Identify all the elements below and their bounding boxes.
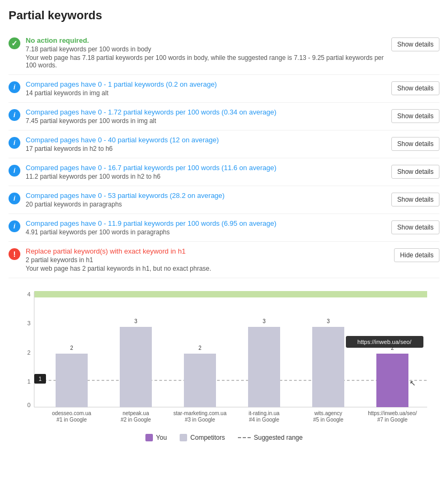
x-label-odesseo: odesseo.com.ua [52, 410, 91, 416]
bar-netpeak [120, 327, 152, 407]
y-label-3: 3 [27, 320, 30, 326]
legend-you: You [145, 434, 167, 441]
bar-label-netpeak: 3 [134, 318, 137, 324]
y-label-4: 4 [27, 291, 30, 297]
info-icon-compare-5: i [9, 193, 20, 204]
bar-witsagency [312, 327, 344, 407]
x-label-netpeak: netpeak.ua [122, 410, 149, 416]
item-row-compare-2: i Compared pages have 0 - 1.72 partial k… [9, 103, 439, 131]
legend-you-box [145, 434, 153, 441]
y-label-2: 2 [27, 349, 30, 356]
item-title-no-action: No action required. [26, 36, 386, 44]
item-title-replace-keyword: Replace partial keyword(s) with exact ke… [26, 247, 389, 255]
show-details-btn-compare-2[interactable]: Show details [391, 109, 439, 123]
item-content-compare-3: Compared pages have 0 - 40 partial keywo… [26, 136, 386, 152]
bar-starmarketing [184, 354, 216, 407]
item-row-compare-4: i Compared pages have 0 - 16.7 partial k… [9, 158, 439, 186]
chart-section: 4 3 2 1 0 2 3 2 [9, 287, 439, 441]
show-details-btn-no-action[interactable]: Show details [391, 37, 439, 51]
item-row-compare-5: i Compared pages have 0 - 53 partial key… [9, 186, 439, 214]
page-title: Partial keywords [9, 9, 439, 22]
item-content-no-action: No action required. 7.18 partial keyword… [26, 36, 386, 69]
item-sub-compare-5: 20 partial keywords in paragraphs [26, 201, 386, 208]
show-details-btn-compare-6[interactable]: Show details [391, 220, 439, 234]
bar-label-starmarketing: 2 [198, 345, 202, 351]
item-sub-replace-keyword: 2 partial keywords in h1 [26, 256, 389, 264]
bar-odesseo [56, 354, 88, 407]
item-row-compare-1: i Compared pages have 0 - 1 partial keyw… [9, 75, 439, 103]
items-list: ✓ No action required. 7.18 partial keywo… [9, 31, 439, 278]
x-label-starmarketing: star-marketing.com.ua [173, 410, 227, 416]
item-sub-compare-6: 4.91 partial keywords per 100 words in p… [26, 228, 386, 236]
info-icon-compare-4: i [9, 165, 20, 177]
x-rank-itrating: #4 in Google [249, 417, 280, 423]
item-sub-compare-1: 14 partial keywords in img alt [26, 89, 386, 97]
legend-dashed-line [238, 437, 251, 438]
x-rank-starmarketing: #3 in Google [185, 417, 215, 423]
item-title-compare-1: Compared pages have 0 - 1 partial keywor… [26, 80, 386, 88]
check-icon-no-action: ✓ [9, 37, 20, 49]
item-sub-no-action: 7.18 partial keywords per 100 words in b… [26, 45, 386, 53]
info-icon-compare-3: i [9, 137, 20, 149]
bar-inweb [376, 354, 408, 407]
item-title-compare-6: Compared pages have 0 - 11.9 partial key… [26, 219, 386, 227]
bar-label-odesseo: 2 [70, 345, 73, 351]
item-content-compare-6: Compared pages have 0 - 11.9 partial key… [26, 219, 386, 236]
legend-competitors-label: Competitors [190, 434, 225, 441]
item-content-replace-keyword: Replace partial keyword(s) with exact ke… [26, 247, 389, 272]
x-rank-netpeak: #2 in Google [121, 417, 151, 423]
suggested-range-bar [34, 291, 427, 297]
item-row-compare-3: i Compared pages have 0 - 40 partial key… [9, 131, 439, 158]
show-details-btn-compare-5[interactable]: Show details [391, 193, 439, 207]
chart-legend: You Competitors Suggested range [16, 434, 432, 441]
item-title-compare-5: Compared pages have 0 - 53 partial keywo… [26, 192, 386, 200]
x-label-itrating: it-rating.in.ua [249, 410, 280, 416]
legend-suggested-label: Suggested range [254, 434, 303, 441]
item-content-compare-2: Compared pages have 0 - 1.72 partial key… [26, 108, 386, 125]
show-details-btn-compare-4[interactable]: Show details [391, 165, 439, 179]
info-icon-compare-1: i [9, 81, 20, 93]
error-icon-replace-keyword: ! [9, 248, 20, 260]
item-desc-no-action: Your web page has 7.18 partial keywords … [26, 54, 386, 69]
x-rank-witsagency: #5 in Google [313, 417, 344, 423]
item-desc-replace-keyword: Your web page has 2 partial keywords in … [26, 265, 389, 272]
legend-competitors-box [180, 434, 187, 441]
item-row-replace-keyword: ! Replace partial keyword(s) with exact … [9, 242, 439, 278]
item-title-compare-2: Compared pages have 0 - 1.72 partial key… [26, 108, 386, 116]
bar-label-itrating: 3 [262, 318, 266, 324]
dashed-label-text: 1 [38, 376, 42, 382]
show-details-btn-compare-3[interactable]: Show details [391, 137, 439, 151]
bar-itrating [248, 327, 280, 407]
x-rank-odesseo: #1 in Google [57, 417, 87, 423]
bar-chart: 4 3 2 1 0 2 3 2 [16, 287, 432, 426]
legend-competitors: Competitors [180, 434, 225, 441]
item-row-no-action: ✓ No action required. 7.18 partial keywo… [9, 31, 439, 75]
show-details-btn-compare-1[interactable]: Show details [391, 81, 439, 95]
legend-suggested-range: Suggested range [238, 434, 303, 441]
item-sub-compare-4: 11.2 partial keywords per 100 words in h… [26, 173, 386, 180]
show-details-btn-replace-keyword[interactable]: Hide details [394, 248, 439, 262]
item-row-compare-6: i Compared pages have 0 - 11.9 partial k… [9, 214, 439, 242]
item-content-compare-5: Compared pages have 0 - 53 partial keywo… [26, 192, 386, 208]
x-rank-inweb: #7 in Google [377, 417, 408, 423]
info-icon-compare-2: i [9, 109, 20, 121]
cursor-icon: ↖ [410, 379, 416, 387]
item-sub-compare-3: 17 partial keywords in h2 to h6 [26, 145, 386, 152]
item-content-compare-1: Compared pages have 0 - 1 partial keywor… [26, 80, 386, 97]
item-content-compare-4: Compared pages have 0 - 16.7 partial key… [26, 164, 386, 180]
x-label-inweb: https://inweb.ua/seo/ [368, 410, 417, 416]
bar-label-witsagency: 3 [327, 318, 330, 324]
y-label-1: 1 [27, 378, 30, 385]
y-label-0: 0 [27, 402, 30, 408]
legend-you-label: You [156, 434, 167, 441]
item-sub-compare-2: 7.45 partial keywords per 100 words in i… [26, 117, 386, 125]
item-title-compare-4: Compared pages have 0 - 16.7 partial key… [26, 164, 386, 172]
tooltip-text: https://inweb.ua/seo/ [358, 339, 412, 345]
info-icon-compare-6: i [9, 220, 20, 232]
x-label-witsagency: wits.agency [314, 410, 342, 416]
item-title-compare-3: Compared pages have 0 - 40 partial keywo… [26, 136, 386, 144]
